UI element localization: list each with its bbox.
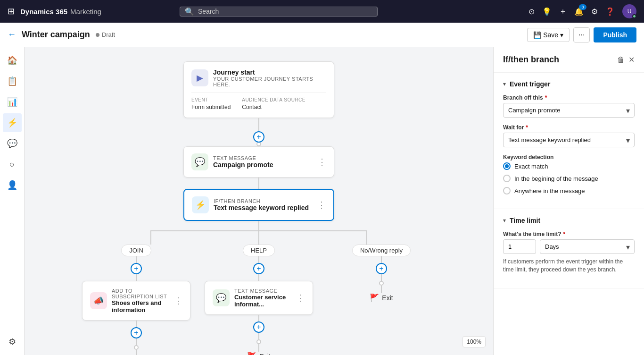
canvas-area[interactable]: ▶ Journey start Your customer journey st…	[25, 47, 493, 355]
join-branch: JOIN + 📣 Add to subscription list Shoes …	[80, 245, 193, 355]
sms-icon: 💬	[191, 153, 208, 170]
join-sub-node[interactable]: 📣 Add to subscription list Shoes offers …	[82, 281, 190, 321]
zoom-indicator: 100%	[462, 336, 486, 347]
more-button[interactable]: ···	[573, 27, 590, 42]
branch-off-label: Branch off this *	[503, 94, 635, 101]
branch-icon: ⚡	[192, 196, 209, 213]
search-bar[interactable]: 🔍	[180, 7, 378, 17]
search-input[interactable]	[198, 8, 372, 15]
journey-start-info: Journey start Your customer journey star…	[213, 68, 326, 87]
help-branch: HELP + 💬 Text message Customer service i…	[202, 245, 315, 355]
right-panel: If/then branch 🗑 ✕ ▾ Event trigger Branc…	[493, 47, 644, 355]
time-limit-section: ▾ Time limit What's the time limit? * Da…	[494, 209, 644, 288]
beginning-radio-circle	[503, 175, 511, 182]
radio-beginning[interactable]: In the begining of the message	[503, 175, 635, 182]
wrong-exit: 🚩 Exit	[370, 293, 393, 302]
if-then-type: If/Then branch	[214, 198, 313, 204]
add-join-bottom-button[interactable]: +	[131, 327, 142, 338]
help-connector-2	[258, 273, 259, 281]
subscription-icon: 📣	[90, 292, 107, 309]
delete-button[interactable]: 🗑	[617, 55, 625, 64]
join-dot	[134, 345, 139, 350]
text-message-node[interactable]: 💬 Text message Campaign promote ⋮	[183, 146, 334, 178]
join-connector-2	[136, 273, 137, 281]
sidebar-circle[interactable]: ○	[3, 155, 22, 174]
help-exit-label: Exit	[259, 353, 270, 355]
journey-start-icon: ▶	[191, 69, 208, 86]
settings-icon[interactable]: ⚙	[591, 7, 598, 16]
panel-title: If/then branch	[503, 55, 559, 65]
sidebar-chat[interactable]: 💬	[3, 134, 22, 153]
if-then-node[interactable]: ⚡ If/Then branch Text message keyword re…	[183, 189, 334, 221]
time-number-input[interactable]	[503, 239, 536, 254]
close-button[interactable]: ✕	[628, 55, 635, 64]
avatar[interactable]: U	[622, 4, 636, 18]
if-then-menu[interactable]: ⋮	[317, 200, 326, 210]
help-connector-5	[258, 344, 259, 352]
time-limit-input-group: Days Hours Minutes	[503, 239, 635, 254]
branch-off-select[interactable]: Campaign promote	[503, 103, 635, 118]
notifications-icon[interactable]: 🔔 8	[574, 7, 584, 16]
join-sub-name: Shoes offers and information	[112, 299, 169, 313]
add-help-button[interactable]: +	[253, 263, 264, 274]
add-help-bottom-button[interactable]: +	[253, 321, 264, 333]
join-connector-5	[136, 350, 137, 355]
time-limit-title: Time limit	[510, 217, 540, 224]
save-button[interactable]: 💾 Save ▾	[527, 28, 570, 42]
add-join-button[interactable]: +	[131, 263, 142, 274]
sidebar-analytics[interactable]: 📊	[3, 93, 22, 111]
sidebar-home[interactable]: 🏠	[3, 51, 22, 70]
save-dropdown-icon[interactable]: ▾	[560, 31, 563, 39]
zoom-value: 100%	[467, 338, 481, 345]
grid-icon[interactable]: ⊞	[8, 6, 15, 17]
back-button[interactable]: ←	[8, 30, 16, 40]
audience-label: AUDIENCE DATA SOURCE	[242, 97, 305, 102]
help-dot	[256, 339, 261, 344]
sidebar-journey[interactable]: ⚡	[3, 113, 22, 132]
text-message-type: Text message	[213, 155, 313, 161]
event-label: EVENT	[191, 97, 231, 102]
chevron-down-icon: ▾	[503, 81, 506, 87]
event-value: Form submitted	[191, 104, 231, 110]
lightbulb-icon[interactable]: 💡	[542, 7, 552, 16]
help-sub-node[interactable]: 💬 Text message Customer service informat…	[205, 281, 313, 315]
draft-dot	[96, 33, 99, 37]
join-sub-menu[interactable]: ⋮	[174, 296, 182, 306]
wait-for-field: Wait for * Text message keyword replied	[503, 124, 635, 147]
event-trigger-header[interactable]: ▾ Event trigger	[503, 80, 635, 88]
keyword-radio-group: Exact match In the begining of the messa…	[503, 162, 635, 194]
add-node-button-1[interactable]: +	[253, 131, 264, 143]
brand-name: Dynamics 365	[20, 8, 67, 16]
add-wrong-button[interactable]: +	[376, 263, 387, 274]
help-sub-name: Customer service informat...	[234, 294, 292, 308]
help-icon[interactable]: ❓	[605, 7, 615, 16]
journey-start-node[interactable]: ▶ Journey start Your customer journey st…	[183, 61, 334, 118]
add-icon[interactable]: ＋	[559, 7, 567, 17]
branch-off-field: Branch off this * Campaign promote	[503, 94, 635, 118]
time-limit-header[interactable]: ▾ Time limit	[503, 217, 635, 224]
radio-anywhere[interactable]: Anywhere in the message	[503, 187, 635, 194]
sidebar-person[interactable]: 👤	[3, 176, 22, 194]
text-message-menu[interactable]: ⋮	[318, 157, 326, 167]
branch-right-down	[366, 230, 367, 245]
sidebar-settings[interactable]: ⚙	[3, 332, 22, 351]
sidebar-list[interactable]: 📋	[3, 72, 22, 91]
event-meta: EVENT Form submitted	[191, 97, 231, 111]
wait-for-label: Wait for *	[503, 124, 635, 131]
page-header: ← Winter campaign Draft 💾 Save ▾ ··· Pub…	[0, 23, 644, 47]
environment-icon[interactable]: ⊙	[528, 7, 535, 16]
time-limit-question: What's the time limit? *	[503, 231, 635, 237]
wait-for-select-wrapper: Text message keyword replied	[503, 133, 635, 147]
radio-exact-match[interactable]: Exact match	[503, 162, 635, 170]
wrong-connector-3	[381, 286, 382, 293]
help-sub-menu[interactable]: ⋮	[297, 293, 305, 303]
publish-button[interactable]: Publish	[594, 27, 636, 42]
avatar-status	[632, 14, 636, 18]
anywhere-label: Anywhere in the message	[514, 187, 585, 194]
anywhere-radio-circle	[503, 187, 511, 194]
wait-for-select[interactable]: Text message keyword replied	[503, 133, 635, 147]
journey-container: ▶ Journey start Your customer journey st…	[34, 57, 484, 355]
branch-mid-down	[258, 230, 259, 245]
time-unit-select[interactable]: Days Hours Minutes	[540, 239, 635, 254]
branch-left-down	[150, 230, 151, 245]
